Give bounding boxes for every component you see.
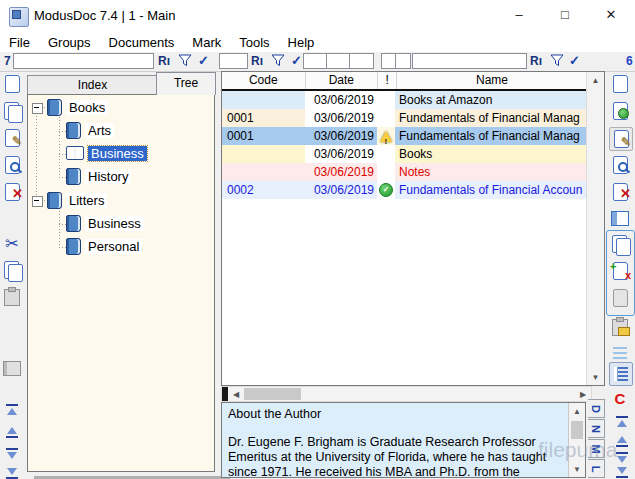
- tree-node-business-2[interactable]: Business: [66, 213, 144, 233]
- table-row[interactable]: 03/06/2019 Books: [222, 145, 587, 163]
- header-date[interactable]: Date: [306, 72, 379, 89]
- minimize-button[interactable]: –: [497, 0, 541, 30]
- tree-node-books[interactable]: Books: [47, 97, 108, 117]
- sort-indicator-name[interactable]: Rı: [530, 54, 542, 68]
- disabled-doc-icon[interactable]: [609, 287, 631, 309]
- sort-indicator-left[interactable]: Rı: [158, 54, 170, 68]
- tree-node-label[interactable]: Personal: [85, 239, 142, 254]
- filter-funnel-icon-name[interactable]: [550, 54, 564, 70]
- scroll-up-icon[interactable]: ▲: [587, 72, 604, 88]
- code-filter-input[interactable]: [219, 53, 248, 69]
- tree-node-label[interactable]: Business: [88, 146, 147, 161]
- name-filter-input[interactable]: [412, 53, 527, 69]
- tree-node-label[interactable]: Arts: [85, 123, 114, 138]
- delete-group-icon[interactable]: ✕: [1, 181, 23, 203]
- paste-icon[interactable]: [1, 286, 23, 308]
- view-group-icon[interactable]: [1, 154, 23, 176]
- split-view-icon[interactable]: [609, 207, 631, 229]
- scroll-up-icon[interactable]: ▲: [569, 403, 585, 419]
- row-move-up-icon[interactable]: [612, 433, 632, 449]
- tree-panel[interactable]: Books Arts Business History Litters Busi…: [27, 94, 215, 472]
- sort-indicator-code[interactable]: Rı: [251, 54, 263, 68]
- note-tab-l[interactable]: L: [588, 459, 605, 478]
- new-doc-icon[interactable]: [609, 73, 631, 95]
- titlebar[interactable]: ModusDoc 7.4 | 1 - Main – □ ✕: [0, 0, 635, 32]
- table-vertical-scrollbar[interactable]: ▲ ▼: [586, 72, 604, 385]
- move-top-icon[interactable]: [1, 399, 23, 421]
- row-move-top-icon[interactable]: [612, 414, 632, 430]
- notes-panel[interactable]: About the Author Dr. Eugene F. Brigham i…: [221, 402, 586, 478]
- tree-node-label[interactable]: Litters: [66, 193, 107, 208]
- delete-doc-icon[interactable]: ✕: [609, 181, 631, 203]
- table-row[interactable]: 0001 03/06/2019 Fundamentals of Financia…: [222, 109, 587, 127]
- filter-funnel-icon-left[interactable]: [178, 54, 192, 70]
- left-record-count: 7: [4, 54, 11, 68]
- new-group-icon[interactable]: [1, 73, 23, 95]
- apply-filter-icon-code[interactable]: ✓: [291, 53, 302, 68]
- paste-special-icon[interactable]: [609, 316, 631, 338]
- menu-file[interactable]: File: [0, 35, 39, 50]
- tree-node-personal[interactable]: Personal: [66, 236, 142, 256]
- add-remove-doc-icon[interactable]: +x: [609, 260, 631, 282]
- scrollbar-thumb[interactable]: [571, 421, 583, 439]
- scroll-down-icon[interactable]: ▼: [587, 369, 604, 385]
- apply-filter-icon-left[interactable]: ✓: [198, 53, 209, 68]
- tree-expander-books[interactable]: [32, 103, 43, 114]
- tree-node-label[interactable]: Business: [85, 216, 144, 231]
- copy-icon[interactable]: [1, 259, 23, 281]
- maximize-button[interactable]: □: [543, 0, 587, 30]
- note-tab-m[interactable]: M: [588, 439, 605, 458]
- table-row[interactable]: 03/06/2019 Notes: [222, 163, 587, 181]
- date-year-input[interactable]: [349, 53, 374, 69]
- menu-mark[interactable]: Mark: [183, 35, 230, 50]
- filter-funnel-icon-code[interactable]: [271, 54, 285, 70]
- scrollbar-thumb[interactable]: [244, 388, 301, 400]
- duplicate-group-icon[interactable]: [1, 100, 23, 122]
- summary-lines-icon[interactable]: [609, 342, 631, 364]
- menu-help[interactable]: Help: [279, 35, 324, 50]
- mark-filter-input-2[interactable]: [395, 53, 411, 69]
- header-mark[interactable]: !: [378, 72, 397, 89]
- apply-filter-icon-name[interactable]: ✓: [569, 53, 580, 68]
- scroll-left-icon[interactable]: ◀: [228, 387, 244, 401]
- tree-node-business-selected[interactable]: Business: [66, 143, 147, 163]
- copy-doc-icon[interactable]: [609, 233, 631, 255]
- move-up-icon[interactable]: [1, 421, 23, 443]
- note-tab-d[interactable]: D: [588, 399, 605, 418]
- table-row[interactable]: 0002 03/06/2019 ✓ Fundamentals of Financ…: [222, 181, 587, 199]
- move-bottom-icon[interactable]: [1, 462, 23, 479]
- tree-node-label[interactable]: Books: [66, 100, 108, 115]
- scroll-down-icon[interactable]: ▼: [569, 461, 585, 477]
- edit-group-icon[interactable]: ✎: [1, 127, 23, 149]
- tree-node-litters[interactable]: Litters: [47, 190, 107, 210]
- edit-doc-icon[interactable]: ✎: [609, 127, 633, 151]
- table-row[interactable]: 03/06/2019 Books at Amazon: [222, 91, 587, 109]
- row-move-bottom-icon[interactable]: [612, 464, 632, 479]
- view-doc-icon[interactable]: [609, 154, 631, 176]
- header-code[interactable]: Code: [222, 72, 306, 89]
- menu-documents[interactable]: Documents: [100, 35, 184, 50]
- mark-filter-input[interactable]: [381, 53, 396, 69]
- tab-tree[interactable]: Tree: [156, 72, 216, 95]
- header-name[interactable]: Name: [397, 72, 587, 89]
- close-button[interactable]: ✕: [589, 0, 633, 30]
- notes-vertical-scrollbar[interactable]: ▲ ▼: [568, 403, 585, 477]
- tree-node-label[interactable]: History: [85, 169, 131, 184]
- details-view-icon[interactable]: [609, 362, 633, 386]
- table-row-selected[interactable]: 0001 03/06/2019 Fundamentals of Financia…: [222, 127, 587, 145]
- table-horizontal-scrollbar[interactable]: ◀ ▶: [221, 386, 592, 402]
- tab-index[interactable]: Index: [27, 75, 158, 95]
- date-day-input[interactable]: [303, 53, 327, 69]
- tree-expander-litters[interactable]: [32, 196, 43, 207]
- date-month-input[interactable]: [326, 53, 350, 69]
- note-tab-n[interactable]: N: [588, 419, 605, 438]
- cut-icon[interactable]: ✂: [1, 232, 23, 254]
- menu-groups[interactable]: Groups: [39, 35, 100, 50]
- tree-filter-input[interactable]: [13, 53, 154, 69]
- tree-node-history[interactable]: History: [66, 166, 131, 186]
- card-view-icon[interactable]: [1, 357, 23, 379]
- tree-node-arts[interactable]: Arts: [66, 120, 114, 140]
- right-record-count: 6: [626, 54, 633, 68]
- menu-tools[interactable]: Tools: [230, 35, 278, 50]
- web-doc-icon[interactable]: [609, 100, 631, 122]
